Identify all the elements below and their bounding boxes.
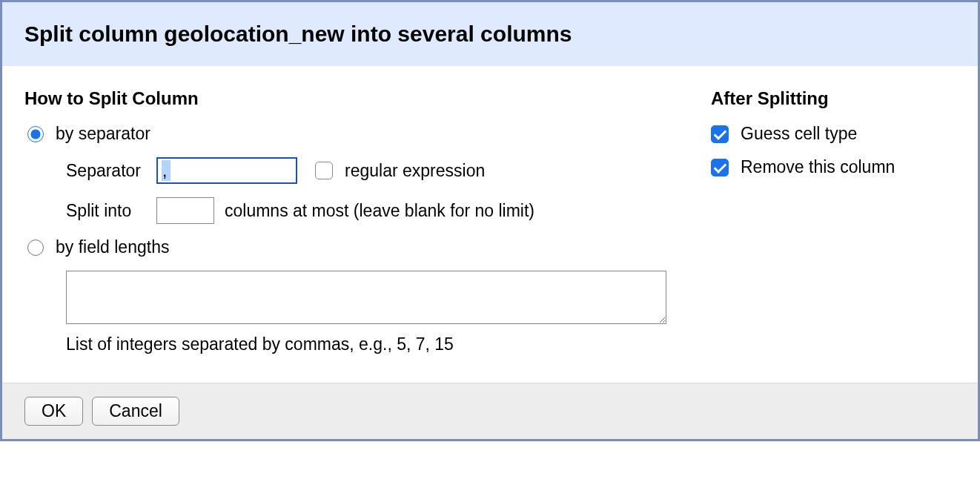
split-into-label: Split into [66, 201, 146, 221]
regex-checkbox[interactable] [315, 162, 333, 179]
separator-input[interactable] [156, 157, 297, 184]
by-lengths-label: by field lengths [56, 237, 169, 257]
by-separator-label: by separator [56, 124, 150, 144]
guess-cell-type-row: Guess cell type [711, 124, 956, 144]
separator-field-label: Separator [66, 161, 146, 181]
by-lengths-radio[interactable] [27, 240, 44, 256]
guess-cell-type-label: Guess cell type [741, 124, 857, 144]
field-lengths-textarea[interactable] [66, 271, 666, 324]
after-splitting-section: After Splitting Guess cell type Remove t… [711, 88, 956, 368]
remove-column-row: Remove this column [711, 157, 956, 177]
dialog-body: How to Split Column by separator Separat… [2, 66, 978, 383]
split-column-dialog: Split column geolocation_new into severa… [0, 0, 980, 441]
separator-row: Separator regular expression [66, 157, 666, 184]
how-to-split-section: How to Split Column by separator Separat… [24, 88, 666, 368]
remove-column-checkbox[interactable] [711, 159, 729, 176]
ok-button[interactable]: OK [24, 397, 83, 426]
cancel-button[interactable]: Cancel [92, 397, 179, 426]
split-into-input[interactable] [156, 197, 214, 224]
dialog-footer: OK Cancel [2, 383, 978, 439]
split-into-after-text: columns at most (leave blank for no limi… [225, 201, 534, 221]
how-to-split-heading: How to Split Column [24, 88, 666, 109]
dialog-title: Split column geolocation_new into severa… [24, 22, 956, 47]
by-separator-row: by separator [27, 124, 666, 144]
by-lengths-row: by field lengths [27, 237, 666, 257]
guess-cell-type-checkbox[interactable] [711, 125, 729, 143]
split-into-row: Split into columns at most (leave blank … [66, 197, 666, 224]
dialog-header: Split column geolocation_new into severa… [2, 2, 978, 66]
after-splitting-heading: After Splitting [711, 88, 956, 109]
remove-column-label: Remove this column [741, 157, 895, 177]
by-separator-radio[interactable] [27, 126, 44, 142]
field-lengths-hint: List of integers separated by commas, e.… [66, 334, 666, 354]
regex-label: regular expression [345, 161, 485, 181]
